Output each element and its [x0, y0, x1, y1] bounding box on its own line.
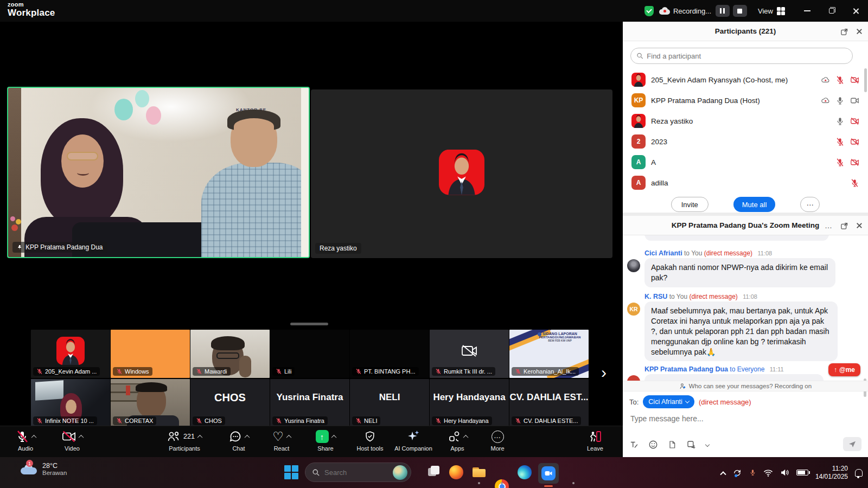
- popout-icon[interactable]: [840, 28, 848, 36]
- send-button[interactable]: [843, 437, 861, 451]
- task-view-button[interactable]: [426, 465, 441, 479]
- battery-icon[interactable]: [796, 470, 808, 476]
- audio-options-chevron[interactable]: [31, 434, 36, 440]
- participant-search[interactable]: [630, 48, 853, 64]
- audio-button[interactable]: Audio: [1, 429, 50, 456]
- mawardi-glasses: [216, 352, 239, 359]
- participant-name: adilla: [651, 179, 850, 187]
- recipient-dropdown[interactable]: Cici Afrianti: [643, 395, 694, 408]
- mic-off-icon: [835, 137, 845, 146]
- close-panel-icon[interactable]: [856, 222, 863, 229]
- taskbar-search-input[interactable]: [324, 468, 384, 477]
- video-tile[interactable]: Infinix NOTE 10 ...: [31, 379, 110, 427]
- participant-search-input[interactable]: [647, 52, 847, 60]
- active-speaker-tile[interactable]: KANTOR PE PAJAK PR PAD KPP Pratama Padan…: [7, 87, 310, 258]
- video-tile[interactable]: CORETAX: [111, 379, 190, 427]
- video-tile[interactable]: NELI NELI: [350, 379, 429, 427]
- stop-recording-button[interactable]: [733, 5, 747, 17]
- sender-name[interactable]: K. RSU: [644, 293, 667, 300]
- chat-options-chevron[interactable]: [244, 434, 250, 440]
- participant-row[interactable]: A A: [623, 152, 868, 172]
- share-button[interactable]: ↑ Share: [301, 429, 350, 456]
- more-button[interactable]: … More: [473, 429, 522, 456]
- participants-scrollbar[interactable]: [864, 68, 867, 92]
- clock-widget[interactable]: 11:20 14/01/2025: [815, 465, 848, 481]
- share-options-chevron[interactable]: [331, 434, 336, 440]
- video-button[interactable]: Video: [48, 429, 97, 456]
- taskbar-search[interactable]: [305, 463, 411, 482]
- close-button[interactable]: [844, 0, 868, 22]
- video-tile[interactable]: Windows: [111, 330, 190, 378]
- filmstrip-drag-handle[interactable]: [290, 323, 328, 325]
- tile-name-label: PT. BINTANG PH...: [364, 368, 416, 375]
- mic-off-icon: [196, 418, 202, 424]
- video-tile[interactable]: SIDANG LAPORAN PERTANGGUNGJAWABAN BEM FE…: [509, 330, 589, 378]
- popout-icon[interactable]: [840, 222, 848, 230]
- camera-off-icon: [850, 137, 859, 146]
- edge-icon[interactable]: [518, 465, 532, 479]
- close-panel-icon[interactable]: [856, 28, 863, 35]
- mic-muted-icon: [16, 430, 29, 443]
- video-tile[interactable]: PT. BINTANG PH...: [350, 330, 429, 378]
- video-tile[interactable]: Yusrina Finatra Yusrina Finatra: [270, 379, 349, 427]
- maximize-button[interactable]: [819, 0, 844, 22]
- chat-message-input[interactable]: [630, 414, 858, 423]
- sender-name[interactable]: KPP Pratama Padang Dua: [644, 365, 728, 373]
- participants-button[interactable]: 221 Participants: [155, 429, 214, 456]
- firefox-icon[interactable]: [449, 465, 463, 479]
- weather-widget[interactable]: 1 28°C Berawan: [21, 462, 67, 476]
- video-tile[interactable]: CV. DAHLIA EST... CV. DAHLIA ESTE...: [509, 379, 589, 427]
- hidden-icons-chevron[interactable]: [720, 471, 726, 477]
- zoom-app-taskbar-button[interactable]: [538, 463, 559, 484]
- participant-video-tile-reza[interactable]: Reza yastiko: [311, 89, 612, 258]
- participant-row[interactable]: Reza yastiko: [623, 111, 868, 131]
- video-tile[interactable]: Mawardi: [190, 330, 270, 378]
- participant-row[interactable]: 2 2023: [623, 131, 868, 152]
- video-tile[interactable]: CHOS CHOS: [190, 379, 270, 427]
- react-options-chevron[interactable]: [286, 434, 291, 440]
- mute-all-button[interactable]: Mute all: [733, 197, 776, 212]
- chat-menu-icon[interactable]: …: [825, 223, 833, 228]
- screenshot-icon[interactable]: [686, 440, 696, 450]
- microphone-tray-icon[interactable]: [749, 468, 756, 477]
- video-tile[interactable]: 205_Kevin Adam ...: [31, 330, 110, 378]
- notification-bell-icon[interactable]: [855, 469, 863, 477]
- react-button[interactable]: ♡ React: [257, 429, 306, 456]
- speaker-icon[interactable]: [780, 468, 789, 477]
- format-text-icon[interactable]: [629, 440, 639, 450]
- pause-recording-button[interactable]: [716, 5, 730, 17]
- file-attach-icon[interactable]: [668, 440, 676, 450]
- chat-button[interactable]: Chat: [214, 429, 263, 456]
- invite-button[interactable]: Invite: [671, 197, 709, 212]
- video-tile[interactable]: Hery Handayana Hery Handayana: [430, 379, 509, 427]
- emoji-icon[interactable]: [648, 440, 658, 450]
- apps-options-chevron[interactable]: [463, 434, 468, 440]
- banner-line-1: SIDANG LAPORAN: [533, 332, 587, 336]
- apps-label: Apps: [450, 445, 464, 452]
- share-label: Share: [317, 445, 333, 452]
- video-tile[interactable]: Lili: [270, 330, 349, 378]
- chat-privacy-note[interactable]: Who can see your messages? Recording on: [623, 381, 868, 391]
- video-options-chevron[interactable]: [78, 434, 84, 440]
- view-button-label[interactable]: View: [758, 7, 773, 15]
- next-page-arrow[interactable]: ›: [601, 364, 607, 381]
- message-avatar: [627, 375, 640, 381]
- participant-row[interactable]: A adilla: [623, 172, 868, 193]
- participant-row[interactable]: 205_Kevin Adam Ryansyah (Co-host, me): [623, 69, 868, 90]
- leave-button[interactable]: Leave: [571, 429, 620, 456]
- participants-more-button[interactable]: …: [800, 197, 820, 212]
- more-compose-options-chevron[interactable]: [705, 442, 710, 447]
- start-button[interactable]: [284, 465, 298, 479]
- participant-row[interactable]: KP KPP Pratama Padang Dua (Host): [623, 90, 868, 111]
- video-tile[interactable]: Rumkit Tk III dr. ...: [430, 330, 509, 378]
- sender-name[interactable]: Cici Afrianti: [644, 249, 682, 257]
- minimize-button[interactable]: [795, 0, 819, 22]
- chat-messages[interactable]: Cici Afrianti to You (direct message) 11…: [623, 235, 868, 381]
- jump-to-mention-button[interactable]: ↑ @me: [828, 363, 860, 376]
- leave-icon: [589, 430, 602, 443]
- participants-options-chevron[interactable]: [197, 434, 202, 440]
- sync-icon[interactable]: [732, 468, 742, 478]
- view-grid-icon[interactable]: [777, 7, 785, 15]
- wifi-icon[interactable]: [763, 469, 773, 477]
- file-explorer-icon[interactable]: [472, 465, 486, 479]
